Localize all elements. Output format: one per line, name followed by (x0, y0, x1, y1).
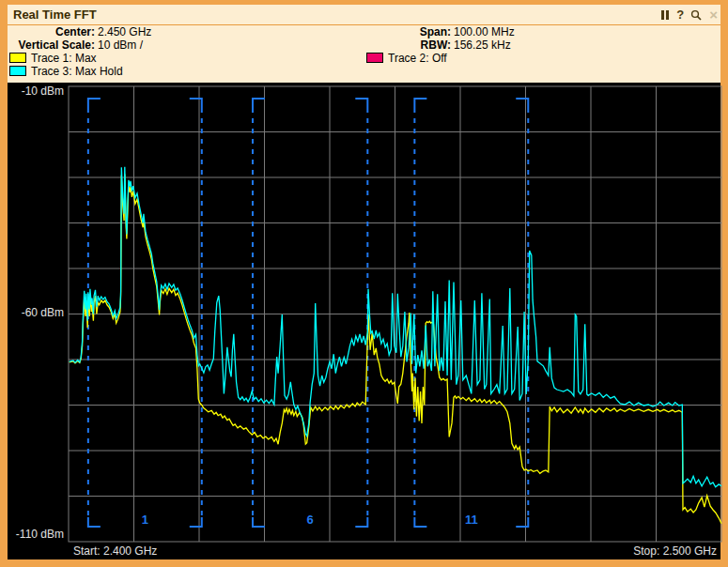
app-window: Real Time FFT ? × Center:2.450 GHz Span:… (0, 0, 728, 567)
center-label: Center: (8, 25, 95, 38)
titlebar[interactable]: Real Time FFT ? × (8, 5, 720, 24)
legend-trace1[interactable]: Trace 1: Max (9, 52, 97, 65)
legend-trace2[interactable]: Trace 2: Off (366, 52, 447, 65)
rbw-label: RBW: (357, 38, 451, 52)
vertical-scale-value[interactable]: 10 dBm / (98, 38, 143, 52)
trace1-color-swatch (9, 53, 26, 63)
rbw-value[interactable]: 156.25 kHz (454, 38, 511, 52)
legend-trace3[interactable]: Trace 3: Max Hold (9, 65, 123, 78)
trace3-color-swatch (9, 66, 26, 76)
trace2-color-swatch (366, 53, 383, 63)
y-axis-label-mid: -60 dBm (9, 307, 64, 319)
vertical-scale-label: Vertical Scale: (8, 38, 95, 52)
trace1-label: Trace 1: Max (31, 52, 97, 65)
y-axis-label-bottom: -110 dBm (9, 529, 64, 541)
help-icon[interactable]: ? (676, 8, 684, 21)
trace3-label: Trace 3: Max Hold (31, 65, 123, 78)
x-axis-start-label: Start: 2.400 GHz (73, 545, 157, 558)
settings-readout: Center:2.450 GHz Span:100.00 MHz Vertica… (8, 25, 720, 83)
span-label: Span: (357, 25, 451, 38)
window-title: Real Time FFT (13, 8, 97, 22)
spectrum-display[interactable]: -10 dBm -60 dBm -110 dBm Start: 2.400 GH… (8, 83, 720, 559)
y-axis-label-top: -10 dBm (9, 85, 64, 98)
magnifier-icon[interactable] (690, 8, 703, 21)
span-value[interactable]: 100.00 MHz (454, 25, 515, 38)
center-value[interactable]: 2.450 GHz (98, 25, 151, 38)
titlebar-controls: ? × (660, 8, 718, 22)
close-icon: × (709, 8, 718, 21)
pause-icon[interactable] (660, 7, 670, 23)
x-axis-stop-label: Stop: 2.500 GHz (633, 545, 717, 558)
trace2-label: Trace 2: Off (388, 52, 447, 65)
